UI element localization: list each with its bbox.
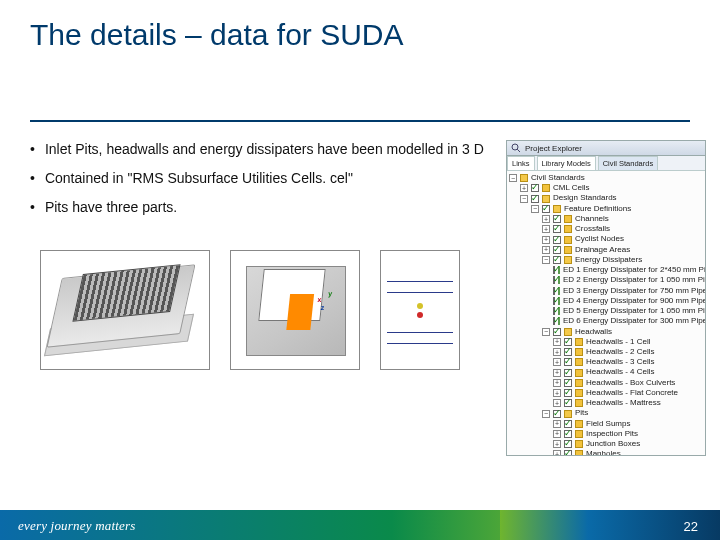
checkbox-icon[interactable] bbox=[564, 369, 572, 377]
checkbox-icon[interactable] bbox=[564, 379, 572, 387]
checkbox-icon[interactable] bbox=[564, 348, 572, 356]
expand-icon[interactable]: + bbox=[553, 358, 561, 366]
tree-node[interactable]: +Crossfalls bbox=[542, 224, 703, 234]
checkbox-icon[interactable] bbox=[531, 184, 539, 192]
tree-leaf[interactable]: +Field Sumps bbox=[553, 419, 703, 429]
expand-icon[interactable]: + bbox=[553, 389, 561, 397]
checkbox-icon[interactable] bbox=[531, 195, 539, 203]
expand-icon[interactable]: + bbox=[553, 440, 561, 448]
checkbox-icon[interactable] bbox=[553, 256, 561, 264]
node-label: Inspection Pits bbox=[586, 429, 638, 439]
tree-leaf[interactable]: +Headwalls - 1 Cell bbox=[553, 337, 703, 347]
tree-leaf[interactable]: +Inspection Pits bbox=[553, 429, 703, 439]
tree-leaf[interactable]: +Junction Boxes bbox=[553, 439, 703, 449]
node-label: Headwalls - Box Culverts bbox=[586, 378, 675, 388]
panel-tabs: Links Library Models Civil Standards bbox=[507, 156, 705, 171]
expand-icon[interactable]: + bbox=[542, 246, 550, 254]
tree-leaf[interactable]: +Headwalls - 4 Cells bbox=[553, 367, 703, 377]
tree-leaf[interactable]: +Headwalls - Mattress bbox=[553, 398, 703, 408]
checkbox-icon[interactable] bbox=[564, 450, 572, 456]
axis-z-label: z bbox=[320, 304, 324, 311]
expand-icon[interactable]: + bbox=[553, 348, 561, 356]
expand-icon[interactable]: + bbox=[542, 225, 550, 233]
tree-leaf[interactable]: +Headwalls - 3 Cells bbox=[553, 357, 703, 367]
tree-node[interactable]: +CML Cells bbox=[520, 183, 703, 193]
tree-leaf[interactable]: +Manholes bbox=[553, 449, 703, 456]
checkbox-icon[interactable] bbox=[553, 236, 561, 244]
tree-leaf[interactable]: +Headwalls - 2 Cells bbox=[553, 347, 703, 357]
expand-icon[interactable]: + bbox=[520, 184, 528, 192]
schematic-dot-red bbox=[417, 312, 423, 318]
collapse-icon[interactable]: − bbox=[531, 205, 539, 213]
tree-leaf[interactable]: ED 3 Energy Dissipater for 750 mm Pipe D… bbox=[553, 286, 703, 296]
checkbox-icon[interactable] bbox=[553, 287, 555, 295]
folder-icon bbox=[575, 379, 583, 387]
tree-node[interactable]: +Drainage Areas bbox=[542, 245, 703, 255]
figure-row: x y z bbox=[40, 250, 460, 370]
checkbox-icon[interactable] bbox=[553, 317, 555, 325]
checkbox-icon[interactable] bbox=[564, 358, 572, 366]
checkbox-icon[interactable] bbox=[553, 276, 555, 284]
tree-view: −Civil Standards +CML Cells −Design Stan… bbox=[507, 171, 705, 456]
tree-leaf[interactable]: ED 2 Energy Dissipater for 1 050 mm Pipe… bbox=[553, 275, 703, 285]
tree-leaf[interactable]: ED 4 Energy Dissipater for 900 mm Pipe D… bbox=[553, 296, 703, 306]
folder-icon bbox=[575, 430, 583, 438]
schematic-line bbox=[387, 281, 453, 282]
node-label: Manholes bbox=[586, 449, 621, 456]
figure-schematic bbox=[380, 250, 460, 370]
checkbox-icon[interactable] bbox=[553, 297, 555, 305]
tree-leaf[interactable]: ED 6 Energy Dissipater for 300 mm Pipe D… bbox=[553, 316, 703, 326]
checkbox-icon[interactable] bbox=[553, 266, 555, 274]
checkbox-icon[interactable] bbox=[553, 215, 561, 223]
collapse-icon[interactable]: − bbox=[542, 410, 550, 418]
expand-icon[interactable]: + bbox=[553, 399, 561, 407]
tree-leaf[interactable]: +Headwalls - Flat Concrete bbox=[553, 388, 703, 398]
expand-icon[interactable]: + bbox=[542, 215, 550, 223]
checkbox-icon[interactable] bbox=[553, 410, 561, 418]
checkbox-icon[interactable] bbox=[564, 420, 572, 428]
checkbox-icon[interactable] bbox=[542, 205, 550, 213]
expand-icon[interactable]: + bbox=[553, 369, 561, 377]
expand-icon[interactable]: + bbox=[542, 236, 550, 244]
footer-bar: every journey matters 22 bbox=[0, 510, 720, 540]
checkbox-icon[interactable] bbox=[553, 307, 555, 315]
expand-icon[interactable]: + bbox=[553, 420, 561, 428]
node-label: Junction Boxes bbox=[586, 439, 640, 449]
checkbox-icon[interactable] bbox=[564, 430, 572, 438]
tree-node[interactable]: +Cyclist Nodes bbox=[542, 234, 703, 244]
collapse-icon[interactable]: − bbox=[542, 256, 550, 264]
checkbox-icon[interactable] bbox=[564, 440, 572, 448]
tree-leaf[interactable]: +Headwalls - Box Culverts bbox=[553, 378, 703, 388]
folder-icon bbox=[564, 256, 572, 264]
collapse-icon[interactable]: − bbox=[509, 174, 517, 182]
figure-inlet-grate bbox=[40, 250, 210, 370]
checkbox-icon[interactable] bbox=[564, 338, 572, 346]
checkbox-icon[interactable] bbox=[564, 399, 572, 407]
tab-library-models[interactable]: Library Models bbox=[537, 156, 596, 170]
folder-icon bbox=[575, 369, 583, 377]
tab-civil-standards[interactable]: Civil Standards bbox=[598, 156, 658, 170]
bullet-text: Pits have three parts. bbox=[45, 198, 177, 217]
folder-icon bbox=[542, 184, 550, 192]
tab-links[interactable]: Links bbox=[507, 156, 535, 170]
expand-icon[interactable]: + bbox=[553, 338, 561, 346]
tree-leaf[interactable]: ED 5 Energy Dissipater for 1 050 mm Pipe… bbox=[553, 306, 703, 316]
node-label: Design Standards bbox=[553, 193, 617, 203]
expand-icon[interactable]: + bbox=[553, 379, 561, 387]
collapse-icon[interactable]: − bbox=[520, 195, 528, 203]
checkbox-icon[interactable] bbox=[553, 246, 561, 254]
folder-icon bbox=[575, 440, 583, 448]
checkbox-icon[interactable] bbox=[564, 389, 572, 397]
collapse-icon[interactable]: − bbox=[542, 328, 550, 336]
folder-icon bbox=[542, 195, 550, 203]
tree-leaf[interactable]: ED 1 Energy Dissipater for 2*450 mm Pipe… bbox=[553, 265, 703, 275]
bullet-item: Contained in "RMS Subsurface Utilities C… bbox=[30, 169, 490, 188]
checkbox-icon[interactable] bbox=[553, 328, 561, 336]
tree-node[interactable]: +Channels bbox=[542, 214, 703, 224]
tree-node-energy[interactable]: −Energy Dissipaters bbox=[542, 255, 703, 265]
checkbox-icon[interactable] bbox=[553, 225, 561, 233]
expand-icon[interactable]: + bbox=[553, 450, 561, 456]
node-label: Headwalls - 2 Cells bbox=[586, 347, 654, 357]
expand-icon[interactable]: + bbox=[553, 430, 561, 438]
bullet-text: Inlet Pits, headwalls and energy dissipa… bbox=[45, 140, 484, 159]
